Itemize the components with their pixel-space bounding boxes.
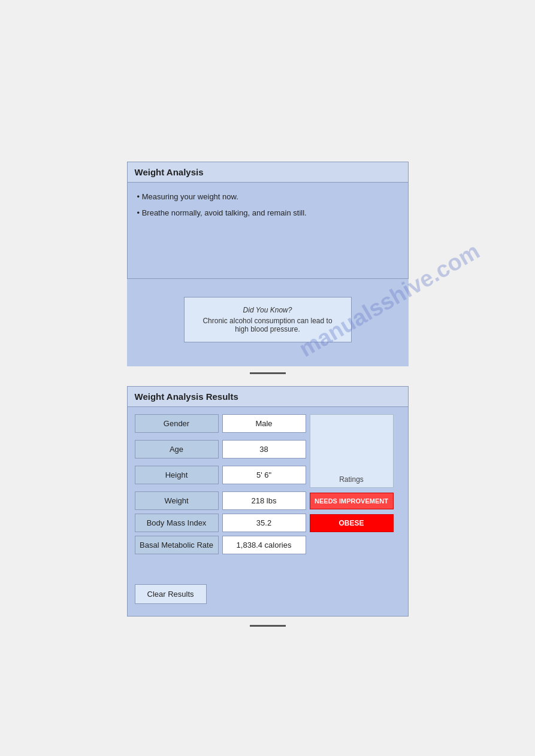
did-you-know-title: Did You Know? xyxy=(197,306,339,314)
bmr-row: Basal Metabolic Rate 1,838.4 calories xyxy=(135,536,401,554)
did-you-know-text: Chronic alcohol consumption can lead to … xyxy=(197,317,339,333)
results-body: Gender Male Age 38 xyxy=(128,407,408,616)
ratings-label: Ratings xyxy=(339,475,364,484)
height-value: 5' 6" xyxy=(222,466,306,484)
instruction-1: • Measuring your weight now. xyxy=(137,192,398,201)
bmr-label: Basal Metabolic Rate xyxy=(135,536,219,554)
gender-label: Gender xyxy=(135,414,219,433)
age-label: Age xyxy=(135,440,219,459)
bmr-value: 1,838.4 calories xyxy=(222,536,306,554)
weight-rating: NEEDS IMPROVEMENT xyxy=(310,493,394,509)
gender-value: Male xyxy=(222,414,306,433)
did-you-know-container: Did You Know? Chronic alcohol consumptio… xyxy=(127,279,409,366)
results-panel: Weight Analysis Results Gender Male xyxy=(127,386,409,617)
bmi-row: Body Mass Index 35.2 OBESE xyxy=(135,514,401,532)
age-value: 38 xyxy=(222,440,306,459)
height-label: Height xyxy=(135,466,219,484)
top-left-labels: Gender Male Age 38 xyxy=(135,414,306,488)
bmi-rating: OBESE xyxy=(310,514,394,532)
gender-row: Gender Male xyxy=(135,414,306,433)
clear-results-button[interactable]: Clear Results xyxy=(135,584,207,604)
bmr-rating xyxy=(310,541,394,549)
results-title: Weight Analysis Results xyxy=(128,387,408,407)
did-you-know-box: Did You Know? Chronic alcohol consumptio… xyxy=(184,297,352,342)
weight-analysis-panel: Weight Analysis • Measuring your weight … xyxy=(127,162,409,279)
section-divider xyxy=(250,372,286,374)
instruction-2: • Breathe normally, avoid talking, and r… xyxy=(137,208,398,217)
bottom-divider xyxy=(250,625,286,627)
height-row: Height 5' 6" xyxy=(135,466,306,484)
bmi-value: 35.2 xyxy=(222,514,306,532)
weight-analysis-title: Weight Analysis xyxy=(128,162,408,183)
weight-value: 218 lbs xyxy=(222,491,306,510)
top-section: Gender Male Age 38 xyxy=(135,414,401,488)
weight-analysis-body: • Measuring your weight now. • Breathe n… xyxy=(128,183,408,278)
weight-label: Weight xyxy=(135,491,219,510)
age-row: Age 38 xyxy=(135,440,306,459)
ratings-top-box: Ratings xyxy=(310,414,394,488)
bmi-label: Body Mass Index xyxy=(135,514,219,532)
weight-row: Weight 218 lbs NEEDS IMPROVEMENT xyxy=(135,491,401,510)
